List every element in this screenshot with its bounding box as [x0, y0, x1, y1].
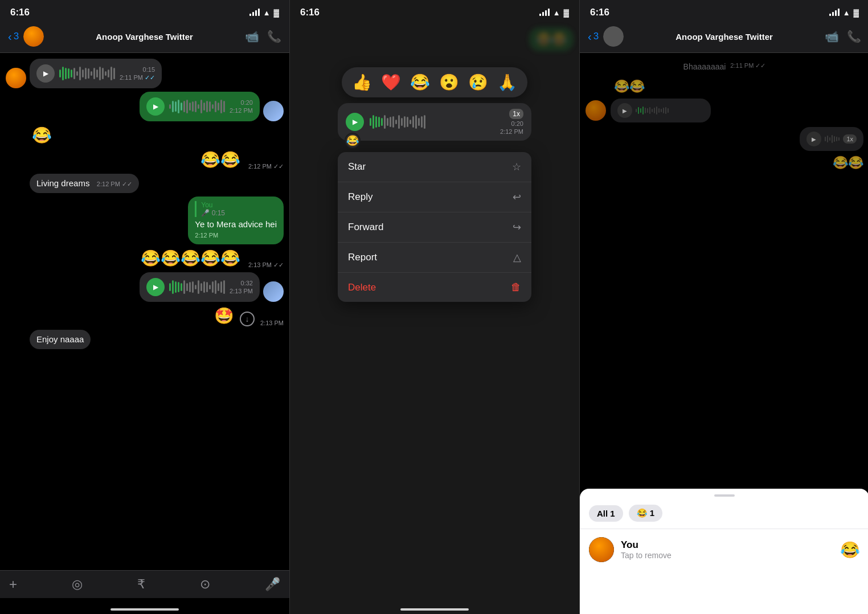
- add-icon-1[interactable]: +: [9, 576, 17, 592]
- wave-bar: [665, 107, 666, 114]
- reaction-bar[interactable]: 👍 ❤️ 😂 😮 😢 🙏: [342, 67, 527, 97]
- header-actions-1: 📹 📞: [245, 30, 281, 43]
- text-message-incoming[interactable]: Enjoy naaaa: [30, 330, 91, 349]
- menu-item-star[interactable]: Star ☆: [338, 152, 531, 182]
- message-row: 😂: [6, 125, 284, 146]
- menu-item-reply[interactable]: Reply ↩: [338, 182, 531, 212]
- tab-all[interactable]: All 1: [589, 505, 623, 522]
- message-reaction[interactable]: 😂: [345, 133, 361, 149]
- reaction-sheet[interactable]: All 1 😂 1 You Tap to remove 😂: [580, 489, 868, 614]
- wave-bar: [418, 118, 420, 126]
- delete-icon: 🗑: [511, 281, 521, 293]
- contact-avatar-1[interactable]: [23, 26, 44, 47]
- back-button-3[interactable]: ‹ 3: [588, 30, 599, 43]
- video-call-icon-3[interactable]: 📹: [825, 30, 839, 43]
- menu-item-label-star: Star: [348, 161, 366, 173]
- text-message-incoming[interactable]: Living dreams 2:12 PM ✓✓: [30, 174, 139, 193]
- avatar-3: [586, 100, 606, 121]
- thumb-img: [263, 101, 284, 121]
- wave-bar: [62, 67, 64, 80]
- video-call-icon-1[interactable]: 📹: [245, 30, 259, 43]
- phone-call-icon-1[interactable]: 📞: [267, 30, 281, 43]
- waveform-out-3: [825, 133, 840, 145]
- reaction-wow[interactable]: 😮: [439, 73, 459, 92]
- play-button[interactable]: ▶: [146, 278, 165, 296]
- speed-badge[interactable]: 1x: [509, 109, 523, 119]
- message-text: Enjoy naaaa: [36, 334, 84, 344]
- tab-laugh[interactable]: 😂 1: [629, 505, 663, 522]
- wave-bar: [203, 281, 205, 293]
- wave-bar: [378, 117, 380, 127]
- quoted-message-outgoing[interactable]: You 🎤 0:15 Ye to Mera advice hei 2:12 PM: [188, 197, 284, 244]
- wave-bar: [105, 71, 107, 76]
- wave-bar: [658, 108, 660, 113]
- signal-bar: [829, 14, 831, 16]
- wave-bar: [186, 100, 188, 113]
- user-action-reaction[interactable]: Tap to remove: [621, 551, 833, 560]
- menu-item-report[interactable]: Report △: [338, 243, 531, 273]
- wave-bar: [189, 103, 191, 110]
- voice-message-incoming[interactable]: ▶: [30, 59, 162, 88]
- wave-bar: [110, 67, 112, 80]
- payment-icon-1[interactable]: ₹: [137, 577, 145, 592]
- wave-bar: [181, 283, 182, 291]
- wave-bar: [836, 137, 837, 141]
- sticker-icon-1[interactable]: ◎: [72, 577, 83, 592]
- voice-message-outgoing-active[interactable]: ▶: [140, 272, 260, 302]
- sheet-handle: [714, 494, 735, 497]
- thumb-img: [263, 281, 284, 302]
- message-time: 2:12 PM ✓✓: [248, 163, 284, 170]
- wave-bar: [220, 281, 222, 293]
- back-button-1[interactable]: ‹ 3: [8, 30, 19, 43]
- user-thumb: [263, 281, 284, 302]
- status-time-2: 6:16: [300, 7, 320, 18]
- emoji-message[interactable]: 😂😂: [198, 149, 243, 170]
- wave-bar: [76, 71, 78, 76]
- date-separator: Bhaaaaaaai 2:11 PM ✓✓: [586, 62, 863, 71]
- voice-time-selected: 2:12 PM: [500, 128, 523, 135]
- play-button-selected[interactable]: ▶: [346, 113, 364, 131]
- waveform: [169, 279, 225, 295]
- separator-time: 2:11 PM ✓✓: [730, 62, 765, 71]
- voice-message-outgoing[interactable]: ▶: [140, 92, 260, 121]
- reaction-pray[interactable]: 🙏: [497, 73, 517, 92]
- wave-bar: [649, 107, 650, 114]
- voice-duration: 0:32: [241, 280, 253, 286]
- reaction-thumbsup[interactable]: 👍: [352, 73, 372, 92]
- emoji-message[interactable]: 😂: [30, 125, 54, 146]
- wave-bar: [192, 101, 194, 112]
- download-icon[interactable]: ↓: [240, 312, 255, 326]
- play-button[interactable]: ▶: [36, 64, 55, 83]
- contact-avatar-3[interactable]: [603, 26, 624, 47]
- play-button[interactable]: ▶: [146, 97, 165, 116]
- status-icons-1: ▲ ▓: [249, 9, 279, 17]
- wave-bar: [198, 104, 199, 109]
- voice-duration: 0:15: [143, 66, 155, 73]
- contact-name-3[interactable]: Anoop Varghese Twitter: [628, 32, 820, 42]
- contact-name-1[interactable]: Anoop Varghese Twitter: [48, 32, 240, 42]
- emoji-row-3: 😂😂: [586, 79, 863, 94]
- wave-bar: [223, 101, 225, 112]
- wifi-icon-3: ▲: [843, 9, 850, 17]
- reaction-laugh[interactable]: 😂: [410, 73, 430, 92]
- voice-msg-out-3: ▶ 1x: [800, 127, 863, 151]
- reaction-tabs: All 1 😂 1: [580, 505, 868, 529]
- reaction-heart[interactable]: ❤️: [381, 73, 401, 92]
- voice-msg-3: ▶: [611, 99, 711, 122]
- wave-bar: [825, 137, 826, 141]
- wave-bar: [212, 104, 214, 109]
- camera-icon-1[interactable]: ⊙: [200, 577, 210, 592]
- menu-item-forward[interactable]: Forward ↪: [338, 212, 531, 243]
- wave-bar: [183, 280, 185, 294]
- phone-call-icon-3[interactable]: 📞: [847, 30, 861, 43]
- mic-icon-1[interactable]: 🎤: [265, 577, 280, 592]
- message-row: Living dreams 2:12 PM ✓✓: [6, 174, 284, 193]
- emoji-message[interactable]: 😂😂😂😂😂: [138, 248, 243, 269]
- emoji-message[interactable]: 🤩: [212, 305, 236, 326]
- menu-item-delete[interactable]: Delete 🗑: [338, 273, 531, 302]
- wave-bar: [838, 137, 840, 141]
- selected-voice-message[interactable]: ▶: [338, 103, 531, 141]
- reaction-sad[interactable]: 😢: [468, 73, 488, 92]
- voice-time: 2:12 PM: [230, 107, 253, 114]
- status-icons-2: ▲ ▓: [539, 9, 569, 17]
